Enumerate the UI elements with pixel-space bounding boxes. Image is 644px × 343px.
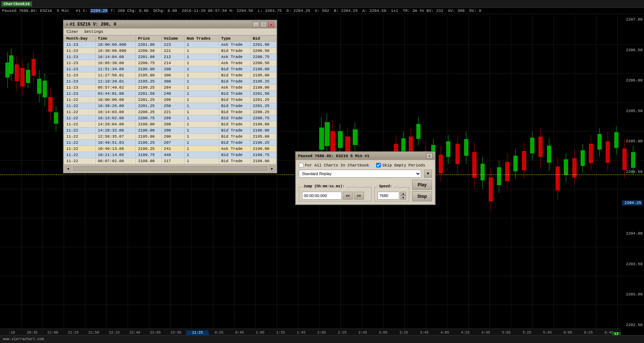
cell-time: 16:30:00.000 [95, 48, 136, 54]
svg-rect-104 [522, 151, 526, 170]
replay-mode-select[interactable]: Standard Replay [299, 170, 421, 178]
speed-up-button[interactable]: ▲ [400, 192, 406, 196]
jump-back-button[interactable]: << [343, 192, 353, 200]
close-button[interactable]: ✕ [268, 22, 274, 27]
mode-dropdown-arrow[interactable]: ▼ [424, 170, 432, 178]
cell-date: 11-23 [64, 72, 96, 79]
table-row[interactable]: 11-22 14:28:32.06 2196.00 200 1 Bid Trad… [64, 128, 276, 134]
price-2207: 2207.00 [622, 17, 643, 22]
time-label-1125: 11-25 [186, 330, 209, 335]
maximize-button[interactable]: □ [260, 22, 267, 27]
cell-price: 2201.00 [136, 54, 162, 60]
table-row[interactable]: 11-22 16:13:02.06 2200.75 299 1 Bid Trad… [64, 115, 276, 121]
cell-time: 16:13:02.06 [95, 115, 136, 121]
table-row[interactable]: 11-23 16:30:00.000 2200.50 221 1 Bid Tra… [64, 48, 276, 54]
table-row[interactable]: 11-22 10:21:14.05 2199.75 449 1 Bid Trad… [64, 152, 276, 158]
table-row[interactable]: 11-22 14:29:04.00 2196.00 200 1 Bid Trad… [64, 121, 276, 128]
time-label-6: 22:15 [104, 331, 125, 335]
svg-rect-78 [416, 124, 420, 139]
cell-bid: 2199.00 [251, 85, 276, 91]
cell-bid: 2199.75 [251, 152, 276, 158]
cell-bid: 2200.50 [251, 48, 276, 54]
table-row[interactable]: 11-22 12:58:35.07 2195.00 200 1 Bid Trad… [64, 134, 276, 140]
cell-num-trades: 1 [184, 54, 219, 60]
trade-window-icon: ■ [66, 22, 68, 27]
table-row[interactable]: 11-22 18:00:00.00 2201.25 206 1 Bid Trad… [64, 97, 276, 103]
time-label-17: 2:45 [352, 331, 373, 335]
table-row[interactable]: 11-23 11:27:50.01 2195.00 300 1 Bid Trad… [64, 72, 276, 79]
col-price: Price [136, 36, 162, 42]
replay-close-button[interactable]: ✕ [426, 153, 433, 159]
time-label-22: 4:25 [455, 331, 476, 335]
play-button[interactable]: Play [412, 180, 432, 190]
status-text: Paused 7680.0X: ESZ16 5 Min #1 C: 2204.2… [2, 9, 481, 13]
for-all-charts-checkbox-label[interactable]: For All Charts In Chartbook [299, 163, 369, 168]
cell-volume: 221 [162, 48, 185, 54]
cell-type: Bid Trade [219, 97, 251, 103]
table-row[interactable]: 11-23 05:57:49.02 2199.25 284 1 Ask Trad… [64, 85, 276, 91]
cell-time: 14:28:32.06 [95, 128, 136, 134]
cell-price: 2200.25 [136, 109, 162, 115]
svg-rect-84 [439, 155, 442, 173]
settings-menu-item[interactable]: Settings [84, 30, 103, 34]
table-row[interactable]: 11-23 11:10:20.01 2195.25 300 1 Bid Trad… [64, 79, 276, 85]
svg-rect-96 [489, 178, 492, 201]
cell-type: Bid Trade [219, 140, 251, 146]
time-label-27: 6:05 [558, 331, 578, 335]
cell-time: 11:10:20.01 [95, 79, 136, 85]
table-row[interactable]: 11-22 10:49:51.03 2196.25 207 1 Bid Trad… [64, 140, 276, 146]
svg-rect-126 [614, 133, 618, 148]
svg-rect-58 [54, 113, 58, 124]
price-2206-5: 2206.50 [622, 48, 643, 52]
cell-volume: 284 [162, 85, 185, 91]
table-row[interactable]: 11-23 18:00:00.000 2201.00 223 1 Ask Tra… [64, 42, 276, 48]
jump-input[interactable] [302, 192, 342, 200]
table-row[interactable]: 11-22 10:49:13.06 2196.25 241 1 Ask Trad… [64, 146, 276, 152]
cell-time: 10:21:14.05 [95, 152, 136, 158]
scroll-left-button[interactable]: ◀ [65, 166, 71, 172]
replay-titlebar[interactable]: Paused 7680.0X: ESZ16 5 Min #1 ✕ [296, 152, 435, 160]
cell-price: 2195.00 [136, 72, 162, 79]
speed-label: Speed: [378, 184, 393, 188]
cell-date: 11-23 [64, 54, 96, 60]
bottom-bar: www.sierrachart.com [0, 335, 644, 343]
cell-date: 11-22 [64, 146, 96, 152]
table-row[interactable]: 11-22 16:14:03.00 2200.25 221 1 Bid Trad… [64, 109, 276, 115]
cell-time: 16:05:30.00 [95, 60, 136, 66]
cell-bid: 2195.00 [251, 134, 276, 140]
table-row[interactable]: 11-22 16:38:26.00 2201.25 250 1 Bid Trad… [64, 103, 276, 109]
cell-time: 11:27:50.01 [95, 72, 136, 79]
cell-bid: 2196.00 [251, 128, 276, 134]
price-2205-5: 2205.50 [622, 109, 643, 113]
skip-empty-checkbox-label[interactable]: Skip Empty Periods [376, 163, 425, 168]
chartbook-label[interactable]: Chartbook16 [1, 1, 32, 6]
chg-value: 0.00 [139, 9, 148, 13]
time-label-15: 2:05 [311, 331, 332, 335]
website-label: www.sierrachart.com [3, 337, 44, 341]
svg-rect-48 [26, 70, 30, 83]
stop-button[interactable]: Stop [412, 191, 432, 201]
minimize-button[interactable]: _ [253, 22, 259, 27]
time-label-5: 21:50 [84, 331, 104, 335]
for-all-charts-checkbox[interactable] [299, 163, 303, 168]
cell-num-trades: 1 [184, 134, 219, 140]
speed-controls: ▲ ▼ [378, 192, 406, 200]
cell-price: 2196.25 [136, 146, 162, 152]
table-row[interactable]: 11-23 16:05:30.00 2200.75 214 1 Ask Trad… [64, 60, 276, 66]
cell-bid: 2201.25 [251, 103, 276, 109]
table-row[interactable]: 11-23 16:14:04.00 2201.00 212 1 Ask Trad… [64, 54, 276, 60]
trade-window-menu: Clear Settings [64, 28, 276, 35]
skip-empty-checkbox[interactable] [376, 163, 381, 168]
scroll-right-button[interactable]: ▶ [269, 166, 275, 172]
clear-menu-item[interactable]: Clear [67, 30, 78, 34]
table-row[interactable]: 11-23 03:44:01.00 2201.50 240 1 Bid Trad… [64, 91, 276, 97]
table-row[interactable]: 11-23 11:51:34.08 2196.00 200 1 Bid Trad… [64, 66, 276, 72]
cell-volume: 207 [162, 140, 185, 146]
cell-volume: 200 [162, 66, 185, 72]
jump-forward-button[interactable]: >> [354, 192, 364, 200]
speed-input[interactable] [378, 192, 399, 200]
speed-down-button[interactable]: ▼ [400, 196, 406, 200]
table-row[interactable]: 11-22 08:07:02.00 2198.00 217 1 Bid Trad… [64, 158, 276, 164]
trade-window-titlebar[interactable]: ■ #1 ESZ16 V: 200, 0 _ □ ✕ [64, 21, 276, 28]
scroll-track[interactable] [73, 166, 267, 171]
